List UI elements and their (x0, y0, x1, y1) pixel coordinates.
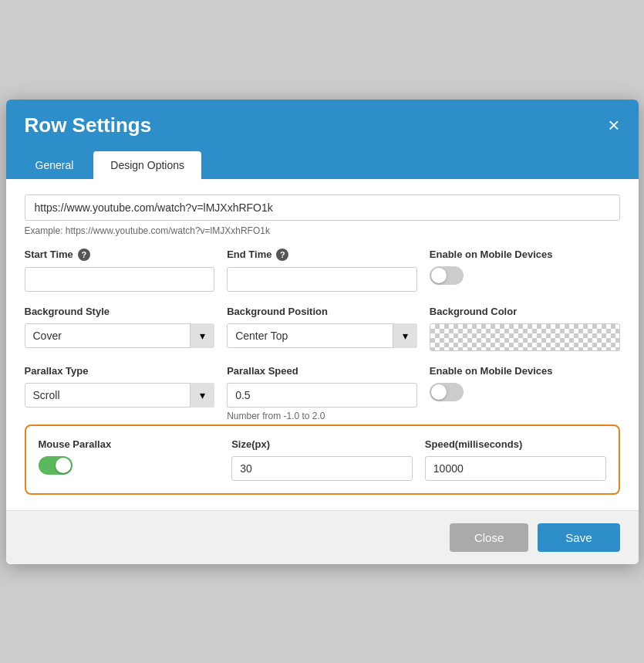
parallax-speed-group: Parallax Speed Number from -1.0 to 2.0 (227, 365, 417, 421)
parallax-type-select-wrapper: Scroll Fixed None ▾ (25, 383, 215, 408)
end-time-help-icon[interactable]: ? (276, 249, 288, 261)
background-color-picker[interactable] (430, 323, 620, 351)
url-input[interactable] (25, 195, 620, 221)
modal-footer: Close Save (6, 510, 639, 564)
background-position-select-wrapper: Center Top Center Center Center Bottom L… (227, 323, 417, 348)
end-time-label: End Time ? (227, 249, 417, 261)
tab-design-options[interactable]: Design Options (93, 151, 201, 179)
background-color-label: Background Color (430, 306, 620, 317)
start-time-label: Start Time ? (25, 249, 215, 261)
enable-mobile-1-label: Enable on Mobile Devices (430, 249, 620, 260)
speed-ms-group: Speed(milliseconds) (425, 438, 606, 481)
save-button[interactable]: Save (538, 523, 619, 552)
enable-mobile-2-label: Enable on Mobile Devices (430, 365, 620, 377)
background-color-group: Background Color (430, 306, 620, 351)
end-time-group: End Time ? (227, 249, 417, 292)
parallax-type-select[interactable]: Scroll Fixed None (25, 383, 215, 408)
size-px-label: Size(px) (231, 438, 413, 450)
tab-general[interactable]: General (19, 151, 91, 179)
enable-mobile-1-toggle[interactable] (430, 266, 464, 285)
background-style-label: Background Style (25, 306, 215, 317)
parallax-type-label: Parallax Type (25, 365, 215, 377)
parallax-speed-input[interactable] (227, 383, 417, 408)
mouse-parallax-label: Mouse Parallax (39, 438, 220, 450)
modal-body: Example: https://www.youtube.com/watch?v… (6, 179, 639, 495)
enable-mobile-1-group: Enable on Mobile Devices (430, 249, 620, 292)
row-1: Start Time ? End Time ? Enable on Mobile… (25, 249, 620, 292)
background-style-group: Background Style Cover Contain Auto Tile… (25, 306, 215, 351)
modal-title: Row Settings (25, 113, 152, 137)
size-px-group: Size(px) (231, 438, 413, 481)
speed-ms-input[interactable] (425, 456, 606, 481)
start-time-help-icon[interactable]: ? (78, 249, 90, 261)
mouse-parallax-toggle[interactable] (39, 456, 72, 475)
modal-container: Row Settings × General Design Options Ex… (6, 100, 639, 564)
size-px-input[interactable] (231, 456, 413, 481)
row-2: Background Style Cover Contain Auto Tile… (25, 306, 620, 351)
background-position-group: Background Position Center Top Center Ce… (227, 306, 417, 351)
end-time-input[interactable] (227, 267, 417, 292)
start-time-group: Start Time ? (25, 249, 215, 292)
parallax-type-group: Parallax Type Scroll Fixed None ▾ (25, 365, 215, 421)
tab-bar: General Design Options (6, 151, 639, 179)
parallax-speed-label: Parallax Speed (227, 365, 417, 377)
enable-mobile-2-toggle[interactable] (430, 383, 464, 401)
background-position-select[interactable]: Center Top Center Center Center Bottom L… (227, 323, 417, 348)
speed-ms-label: Speed(milliseconds) (425, 438, 606, 450)
background-position-label: Background Position (227, 306, 417, 317)
close-button[interactable]: Close (450, 523, 528, 552)
row-3: Parallax Type Scroll Fixed None ▾ Parall… (25, 365, 620, 421)
mouse-parallax-group: Mouse Parallax (39, 438, 220, 481)
background-style-select[interactable]: Cover Contain Auto Tile (25, 323, 215, 348)
mouse-parallax-section: Mouse Parallax Size(px) Speed(millisecon… (25, 425, 620, 495)
enable-mobile-2-group: Enable on Mobile Devices (430, 365, 620, 421)
start-time-input[interactable] (25, 267, 215, 292)
url-example-text: Example: https://www.youtube.com/watch?v… (25, 225, 620, 236)
parallax-speed-hint: Number from -1.0 to 2.0 (227, 411, 417, 421)
background-style-select-wrapper: Cover Contain Auto Tile ▾ (25, 323, 215, 348)
modal-header: Row Settings × (6, 100, 639, 151)
mouse-parallax-row: Mouse Parallax Size(px) Speed(millisecon… (39, 438, 606, 481)
close-icon[interactable]: × (608, 115, 619, 135)
